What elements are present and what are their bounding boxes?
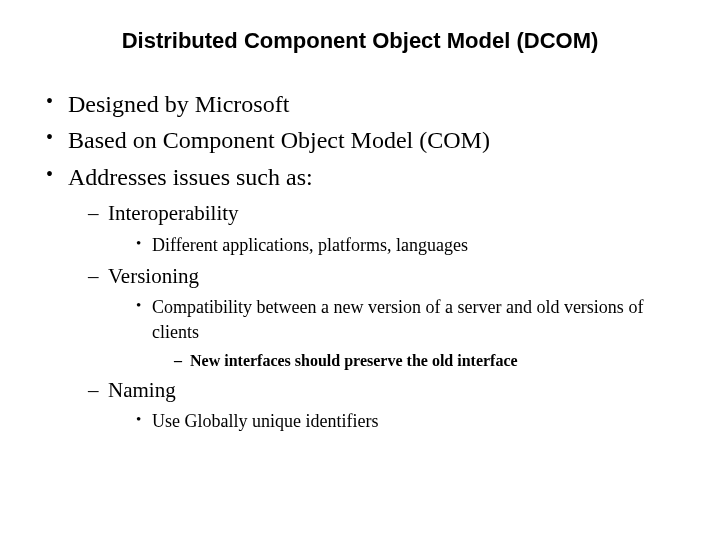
sub-sub-item: Compatibility between a new version of a… <box>132 295 680 372</box>
sub-sub-list: Use Globally unique identifiers <box>108 409 680 434</box>
bullet-text: Different applications, platforms, langu… <box>152 235 468 255</box>
sub-sub-item: Use Globally unique identifiers <box>132 409 680 434</box>
sub-sub-item: Different applications, platforms, langu… <box>132 233 680 258</box>
bullet-text: Interoperability <box>108 201 239 225</box>
sub-sub-sub-item: New interfaces should preserve the old i… <box>172 350 680 372</box>
slide-title: Distributed Component Object Model (DCOM… <box>40 28 680 54</box>
bullet-text: Addresses issues such as: <box>68 164 313 190</box>
bullet-text: Versioning <box>108 264 199 288</box>
bullet-list: Designed by Microsoft Based on Component… <box>40 88 680 434</box>
bullet-text: Naming <box>108 378 176 402</box>
slide: Distributed Component Object Model (DCOM… <box>0 0 720 540</box>
sub-item: Interoperability Different applications,… <box>84 199 680 258</box>
sub-sub-sub-list: New interfaces should preserve the old i… <box>152 350 680 372</box>
bullet-item: Addresses issues such as: Interoperabili… <box>40 161 680 435</box>
bullet-text: Use Globally unique identifiers <box>152 411 378 431</box>
bullet-text: Compatibility between a new version of a… <box>152 297 643 342</box>
sub-sub-list: Different applications, platforms, langu… <box>108 233 680 258</box>
bullet-text: Based on Component Object Model (COM) <box>68 127 490 153</box>
bullet-text: New interfaces should preserve the old i… <box>190 352 518 369</box>
bullet-item: Designed by Microsoft <box>40 88 680 120</box>
bullet-item: Based on Component Object Model (COM) <box>40 124 680 156</box>
sub-item: Naming Use Globally unique identifiers <box>84 376 680 435</box>
sub-list: Interoperability Different applications,… <box>68 199 680 434</box>
sub-sub-list: Compatibility between a new version of a… <box>108 295 680 372</box>
sub-item: Versioning Compatibility between a new v… <box>84 262 680 372</box>
bullet-text: Designed by Microsoft <box>68 91 289 117</box>
